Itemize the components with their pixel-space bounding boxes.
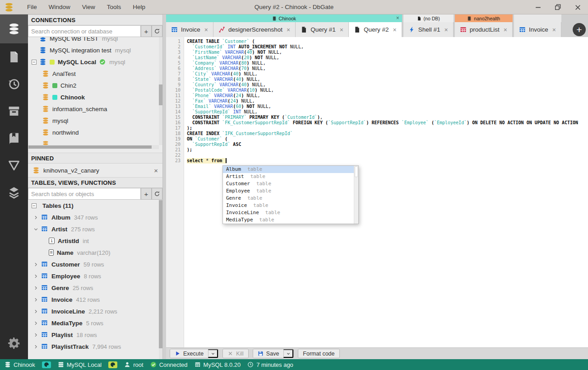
chevron-down-icon[interactable] [32, 226, 39, 232]
code-line[interactable]: `Address` VARCHAR(70) NULL, [187, 66, 588, 71]
close-tab-icon[interactable]: × [552, 26, 556, 33]
chevron-right-icon[interactable] [32, 261, 39, 267]
sidebar-layers-icon[interactable] [0, 179, 28, 206]
sidebar-settings-icon[interactable] [0, 328, 28, 359]
column-row-artistid[interactable]: 1ArtistIdint [28, 235, 162, 247]
code-line[interactable]: ON `Customer` ( [187, 136, 588, 142]
code-line[interactable]: select * from [187, 158, 588, 164]
close-tab-icon[interactable]: × [204, 26, 208, 33]
sidebar-book-icon[interactable] [0, 125, 28, 152]
chevron-right-icon[interactable] [32, 320, 39, 326]
menu-view[interactable]: View [77, 2, 100, 12]
tables-vertical-scrollbar[interactable] [159, 200, 162, 359]
connection-tree-item[interactable]: mysql [28, 115, 162, 126]
scrollbar-thumb[interactable] [159, 84, 162, 105]
refresh-connections-button[interactable] [152, 25, 162, 37]
chevron-right-icon[interactable] [32, 343, 39, 350]
code-line[interactable]: `SupportRepId` ASC [187, 142, 588, 147]
save-dropdown-button[interactable] [283, 349, 293, 358]
tab-invoice[interactable]: Invoice× [514, 22, 561, 37]
sidebar-file-icon[interactable] [0, 43, 28, 70]
code-line[interactable]: `Fax` VARCHAR(24) NULL, [187, 98, 588, 104]
code-line[interactable]: CREATE INDEX `IFK_CustomerSupportRepId` [187, 131, 588, 136]
execute-button[interactable]: Execute [170, 349, 208, 358]
sidebar-history-icon[interactable] [0, 70, 28, 98]
code-line[interactable]: `Email` VARCHAR(60) NOT NULL, [187, 104, 588, 109]
connections-horizontal-scrollbar[interactable] [28, 145, 159, 149]
menu-tools[interactable]: Tools [102, 2, 126, 12]
close-tab-icon[interactable]: × [287, 26, 290, 33]
panel-splitter[interactable] [162, 14, 166, 359]
chevron-right-icon[interactable] [32, 332, 39, 338]
refresh-tables-button[interactable] [152, 188, 162, 200]
table-row-album[interactable]: Album347 rows [28, 211, 162, 223]
add-connection-button[interactable]: + [141, 25, 152, 37]
code-line[interactable]: `PostalCode` VARCHAR(10) NULL, [187, 88, 588, 93]
autocomplete-item-artist[interactable]: Artisttable [223, 173, 358, 180]
connection-tree-item[interactable]: northwind [28, 126, 162, 138]
menu-window[interactable]: Window [44, 2, 75, 12]
table-row-customer[interactable]: Customer59 rows [28, 258, 162, 270]
new-tab-button[interactable]: + [573, 23, 586, 36]
scrollbar-thumb[interactable] [28, 145, 152, 149]
code-line[interactable]: ); [187, 147, 588, 153]
connection-search-input[interactable] [28, 25, 141, 37]
execute-dropdown-button[interactable] [208, 349, 218, 358]
collapse-expander-icon[interactable]: − [32, 60, 37, 65]
sql-editor[interactable]: 1234567891011121314151617181920212223 CR… [166, 37, 588, 347]
save-button[interactable]: Save [253, 349, 284, 358]
code-line[interactable]: CREATE TABLE `Customer` ( [187, 39, 588, 44]
format-code-button[interactable]: Format code [298, 349, 339, 358]
code-line[interactable]: `FirstName` VARCHAR(40) NOT NULL, [187, 50, 588, 55]
tab-invoice[interactable]: Invoice× [166, 22, 213, 37]
autocomplete-item-invoiceline[interactable]: InvoiceLinetable [223, 209, 358, 216]
connection-tree-item[interactable]: MySQL integration testmysql [28, 44, 162, 56]
close-tab-icon[interactable]: × [444, 26, 448, 33]
chevron-right-icon[interactable] [32, 214, 39, 220]
chevron-right-icon[interactable] [32, 285, 39, 291]
connection-tree-item[interactable]: AnalTest [28, 68, 162, 80]
autocomplete-scrollbar[interactable] [354, 166, 358, 224]
tab-query-1[interactable]: Query #1× [296, 22, 349, 37]
connections-vertical-scrollbar[interactable] [159, 37, 162, 145]
code-line[interactable]: `LastName` VARCHAR(20) NOT NULL, [187, 55, 588, 61]
table-row-invoiceline[interactable]: InvoiceLine2,212 rows [28, 305, 162, 317]
table-row-playlisttrack[interactable]: PlaylistTrack7,994 rows [28, 341, 162, 352]
table-row-invoice[interactable]: Invoice412 rows [28, 294, 162, 305]
tab-query-2[interactable]: Query #2× [349, 22, 402, 37]
code-line[interactable]: `SupportRepId` INT NULL, [187, 109, 588, 115]
chevron-right-icon[interactable] [32, 273, 39, 279]
close-button[interactable] [574, 3, 582, 11]
tab-shell-1[interactable]: Shell #1× [403, 22, 454, 37]
tab-productlist[interactable]: productList× [455, 22, 513, 37]
autocomplete-item-mediatype[interactable]: MediaTypetable [223, 216, 358, 224]
tables-search-input[interactable] [28, 188, 141, 200]
connection-tree-item[interactable]: Chinook [28, 91, 162, 103]
chevron-right-icon[interactable] [32, 296, 39, 303]
autocomplete-item-invoice[interactable]: Invoicetable [223, 202, 358, 209]
code-line[interactable]: `Country` VARCHAR(40) NULL, [187, 82, 588, 88]
chevron-right-icon[interactable] [32, 308, 39, 314]
autocomplete-item-employee[interactable]: Employeetable [223, 187, 358, 195]
minimize-button[interactable] [534, 3, 542, 11]
kill-button[interactable]: Kill [223, 349, 248, 358]
table-row-playlist[interactable]: Playlist18 rows [28, 329, 162, 341]
connection-tree-item[interactable]: −MySQL Localmysql [28, 56, 162, 68]
close-tab-icon[interactable]: × [393, 26, 396, 33]
autocomplete-item-album[interactable]: Albumtable [223, 166, 358, 173]
close-tab-icon[interactable]: × [504, 26, 507, 33]
add-table-button[interactable]: + [141, 188, 152, 200]
close-tab-icon[interactable]: × [340, 26, 343, 33]
table-row-artist[interactable]: Artist275 rows [28, 223, 162, 235]
menu-help[interactable]: Help [128, 2, 150, 12]
sidebar-archive-icon[interactable] [0, 98, 28, 125]
autocomplete-item-customer[interactable]: Customertable [223, 180, 358, 187]
tab-designerscreenshot[interactable]: designerScreenshot× [213, 22, 296, 37]
pinned-item-knihovna[interactable]: knihovna_v2_canary × [28, 164, 162, 177]
code-line[interactable] [187, 153, 588, 158]
restore-button[interactable] [554, 3, 562, 11]
column-row-name[interactable]: ☰Namevarchar(120) [28, 247, 162, 258]
code-line[interactable]: `City` VARCHAR(40) NULL, [187, 71, 588, 77]
menu-file[interactable]: File [22, 2, 42, 12]
table-row-employee[interactable]: Employee8 rows [28, 270, 162, 282]
